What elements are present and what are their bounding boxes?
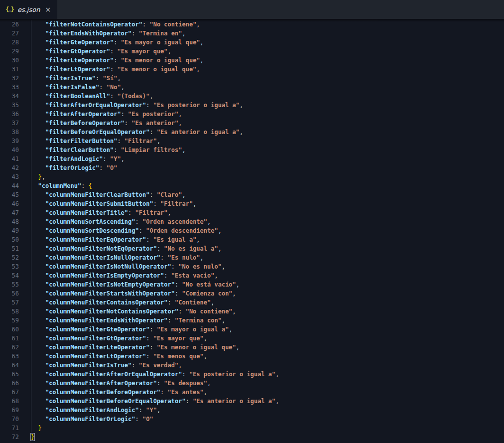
line-number: 72: [0, 433, 19, 442]
code-line: 68 "columnMenuFilterBeforeOrEqualOperato…: [0, 397, 504, 406]
json-key: "filterIsFalse": [45, 84, 99, 91]
line-number: 44: [0, 181, 19, 190]
json-key: "columnMenuFilterSubmitButton": [45, 200, 153, 207]
line-number: 64: [0, 361, 19, 370]
json-key: "filterBeforeOrEqualOperator": [45, 129, 150, 136]
code-line: 31 "filterLtOperator": "Es menor o igual…: [0, 65, 504, 74]
json-key: "columnMenuFilterIsTrue": [45, 362, 131, 369]
json-key: "filterAndLogic": [45, 155, 103, 162]
line-number: 45: [0, 190, 19, 199]
json-value: "O": [142, 416, 153, 423]
code-line: 56 "columnMenuFilterStartsWithOperator":…: [0, 289, 504, 298]
json-value: "Es menor o igual que": [121, 57, 200, 64]
line-number: 26: [0, 20, 19, 29]
line-number: 43: [0, 172, 19, 181]
json-key: "columnMenuFilterIsEmptyOperator": [45, 272, 164, 279]
code-line: 48 "columnMenuSortAscending": "Orden asc…: [0, 217, 504, 226]
code-line: 55 "columnMenuFilterIsNotEmptyOperator":…: [0, 280, 504, 289]
json-key: "columnMenu": [38, 182, 81, 189]
line-number: 42: [0, 163, 19, 172]
json-key: "columnMenuFilterIsNullOperator": [45, 254, 160, 261]
code-line: 41 "filterAndLogic": "Y",: [0, 154, 504, 163]
code-line: 59 "columnMenuFilterEndsWithOperator": "…: [0, 316, 504, 325]
code-line: 42 "filterOrLogic": "O": [0, 163, 504, 172]
json-value: "Sí": [103, 75, 118, 82]
json-value: "Orden ascendente": [142, 218, 207, 225]
json-key: "columnMenuFilterLtOperator": [45, 353, 146, 360]
json-key: "columnMenuFilterBeforeOperator": [45, 389, 160, 396]
line-number: 27: [0, 29, 19, 38]
code-line: 39 "filterFilterButton": "Filtrar",: [0, 137, 504, 146]
code-line: 62 "columnMenuFilterLteOperator": "Es me…: [0, 343, 504, 352]
json-value: "Es mayor o igual a": [157, 326, 229, 333]
code-line: 71 }: [0, 424, 504, 433]
json-key: "filterClearButton": [45, 147, 114, 153]
json-key: "filterIsTrue": [45, 75, 96, 82]
code-line: 34 "filterBooleanAll": "(Todas)",: [0, 92, 504, 101]
code-line: 38 "filterBeforeOrEqualOperator": "Es an…: [0, 128, 504, 137]
json-value: "Termina con": [175, 317, 222, 324]
json-value: "Es mayor o igual que": [121, 39, 200, 46]
line-number: 46: [0, 199, 19, 208]
json-value: "Y": [110, 155, 121, 162]
json-key: "columnMenuFilterClearButton": [45, 191, 150, 198]
code-line: 30 "filterLteOperator": "Es menor o igua…: [0, 56, 504, 65]
json-value: "Es anterior": [131, 120, 178, 127]
json-key: "columnMenuFilterOrLogic": [45, 416, 135, 423]
tab-label: es.json: [17, 6, 40, 13]
json-key: "columnMenuFilterGtOperator": [45, 335, 146, 342]
json-value: "O": [107, 164, 118, 171]
code-line: 44 "columnMenu": {: [0, 181, 504, 190]
json-key: "columnMenuFilterEqOperator": [45, 236, 146, 243]
json-key: "filterLteOperator": [45, 57, 114, 64]
code-line: 36 "filterAfterOperator": "Es posterior"…: [0, 110, 504, 119]
json-value: "Es menor o igual que": [117, 66, 196, 73]
code-line: 63 "columnMenuFilterLtOperator": "Es men…: [0, 352, 504, 361]
line-number: 57: [0, 298, 19, 307]
json-value: "Filtrar": [135, 209, 168, 216]
line-number: 47: [0, 208, 19, 217]
json-value: "Limpiar filtros": [121, 147, 182, 153]
json-value: "No contiene": [186, 308, 233, 315]
json-value: "Orden descendiente": [146, 227, 218, 234]
line-number: 36: [0, 110, 19, 119]
line-number: 40: [0, 146, 19, 154]
json-value: "Es menos que": [153, 353, 204, 360]
code-line: 45 "columnMenuFilterClearButton": "Claro…: [0, 190, 504, 199]
line-number: 70: [0, 415, 19, 424]
close-icon[interactable]: ×: [43, 5, 52, 13]
json-key: "filterGteOperator": [45, 39, 114, 46]
line-number: 61: [0, 334, 19, 343]
json-value: "No es igual a": [164, 245, 218, 252]
code-line: 58 "columnMenuFilterNotContainsOperator"…: [0, 307, 504, 316]
json-key: "columnMenuFilterAfterOrEqualOperator": [45, 371, 182, 378]
code-line: 32 "filterIsTrue": "Sí",: [0, 74, 504, 83]
json-value: "Es verdad": [139, 362, 178, 369]
json-value: "Claro": [157, 191, 182, 198]
json-key: "columnMenuFilterStartsWithOperator": [45, 290, 175, 297]
json-value: "Termina en": [139, 30, 182, 37]
code-line: 72}: [0, 433, 504, 442]
line-number: 35: [0, 101, 19, 110]
line-number: 48: [0, 217, 19, 226]
line-number: 29: [0, 47, 19, 56]
json-value: "Comienza con": [182, 290, 232, 297]
line-number: 34: [0, 92, 19, 101]
code-line: 69 "columnMenuFilterAndLogic": "Y",: [0, 406, 504, 415]
code-line: 70 "columnMenuFilterOrLogic": "O": [0, 415, 504, 424]
line-number: 66: [0, 379, 19, 388]
line-number: 62: [0, 343, 19, 352]
json-key: "columnMenuFilterEndsWithOperator": [45, 317, 168, 324]
json-key: "columnMenuFilterContainsOperator": [45, 299, 168, 306]
json-key: "columnMenuFilterIsNotEmptyOperator": [45, 281, 175, 288]
json-value: "Filtrar": [125, 138, 157, 145]
line-number: 53: [0, 262, 19, 271]
json-value: "Es nulo": [168, 254, 200, 261]
tab-bar: {…} es.json ×: [0, 0, 504, 19]
tab-es-json[interactable]: {…} es.json ×: [0, 0, 57, 19]
json-value: "Es anterior o igual a": [157, 129, 240, 136]
json-value: "Es igual a": [153, 236, 197, 243]
code-line: 27 "filterEndsWithOperator": "Termina en…: [0, 29, 504, 38]
code-editor[interactable]: 26 "filterNotContainsOperator": "No cont…: [0, 19, 504, 443]
json-value: "Es posterior": [128, 111, 178, 118]
